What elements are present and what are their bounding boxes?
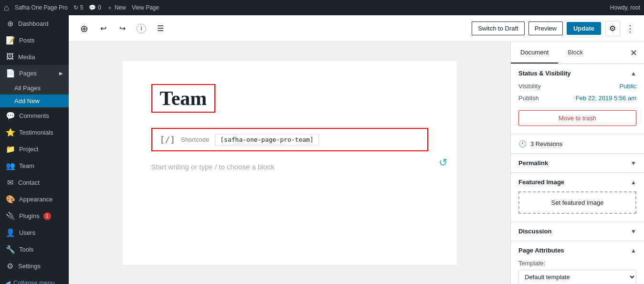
sidebar-item-project[interactable]: 📁 Project <box>0 141 69 158</box>
sidebar-item-settings[interactable]: ⚙ Settings <box>0 258 69 274</box>
updates-count: 5 <box>80 4 84 11</box>
set-featured-image-button[interactable]: Set featured image <box>518 191 636 214</box>
section-featured-image-body: Set featured image <box>511 191 644 221</box>
sidebar-item-testimonials[interactable]: ⭐ Testimonials <box>0 124 69 141</box>
shortcode-block[interactable]: [/] Shortcode [safha-one-page-pro-team] <box>151 128 428 151</box>
updates-item[interactable]: ↻ 5 <box>74 4 84 11</box>
panel-close-button[interactable]: ✕ <box>623 43 644 63</box>
section-page-attributes-chevron: ▲ <box>631 247 636 254</box>
visibility-row: Visibility Public <box>518 83 636 90</box>
section-revisions: 🕐 3 Revisions <box>511 134 644 154</box>
toolbar-right: Switch to Draft Preview Update ⚙ ⋮ <box>472 21 636 36</box>
tab-document[interactable]: Document <box>511 42 558 63</box>
sidebar-item-all-pages[interactable]: All Pages <box>0 82 69 95</box>
sidebar-label-plugins: Plugins <box>19 212 40 220</box>
shortcode-label: Shortcode <box>181 136 209 143</box>
editor-main[interactable]: Team [/] Shortcode [safha-one-page-pro-t… <box>69 42 510 284</box>
update-button[interactable]: Update <box>567 22 601 35</box>
sidebar-label-team: Team <box>19 162 34 169</box>
right-panel: Document Block ✕ Status & Visibility ▲ V… <box>510 42 644 284</box>
section-discussion-header[interactable]: Discussion ▼ <box>511 222 644 241</box>
section-discussion-title: Discussion <box>518 228 551 235</box>
sidebar-item-media[interactable]: 🖼 Media <box>0 49 69 65</box>
section-status-visibility-body: Visibility Public Publish Feb 22, 2019 5… <box>511 83 644 134</box>
project-icon: 📁 <box>6 145 15 154</box>
sidebar-item-comments[interactable]: 💬 Comments <box>0 107 69 124</box>
refresh-icon: ↺ <box>439 157 447 169</box>
collapse-menu[interactable]: ◀ Collapse menu <box>0 274 69 284</box>
site-name[interactable]: Safha One Page Pro <box>15 4 68 11</box>
sidebar-label-appearance: Appearance <box>19 196 53 203</box>
revisions-row[interactable]: 🕐 3 Revisions <box>511 134 644 153</box>
content-area: ⊕ ↩ ↪ i ☰ Switch to Draft Preview Update… <box>69 15 644 284</box>
sidebar-item-plugins[interactable]: 🔌 Plugins 1 <box>0 208 69 224</box>
plugins-badge: 1 <box>43 212 51 220</box>
sidebar-label-contact: Contact <box>18 179 40 186</box>
section-featured-image-title: Featured Image <box>518 179 564 186</box>
section-permalink-header[interactable]: Permalink ▼ <box>511 154 644 172</box>
sidebar-item-appearance[interactable]: 🎨 Appearance <box>0 191 69 208</box>
howdy-text: Howdy, root <box>610 4 640 11</box>
preview-button[interactable]: Preview <box>528 21 563 35</box>
list-view-icon: ☰ <box>157 24 164 33</box>
sidebar-item-pages[interactable]: 📄 Pages ▶ <box>0 65 69 82</box>
sidebar-label-pages: Pages <box>19 70 37 77</box>
section-status-visibility-title: Status & Visibility <box>518 70 571 77</box>
sidebar-label-users: Users <box>19 229 35 236</box>
new-item[interactable]: ＋ New <box>107 4 126 12</box>
panel-tabs: Document Block ✕ <box>511 42 644 64</box>
view-page-item[interactable]: View Page <box>132 4 159 11</box>
move-to-trash-button[interactable]: Move to trash <box>518 110 636 126</box>
sidebar-label-comments: Comments <box>19 112 49 119</box>
template-select[interactable]: Default template Full Width No Sidebar <box>518 270 636 284</box>
shortcode-block-icon: [/] <box>160 135 176 145</box>
comments-icon: 💬 <box>89 4 96 11</box>
shortcode-value[interactable]: [safha-one-page-pro-team] <box>215 134 319 146</box>
posts-icon: 📝 <box>6 36 15 45</box>
pages-arrow-icon: ▶ <box>59 71 63 76</box>
page-title-block[interactable]: Team <box>151 84 216 113</box>
add-block-button[interactable]: ⊕ <box>76 21 92 36</box>
switch-to-draft-button[interactable]: Switch to Draft <box>472 21 525 35</box>
sidebar-label-settings: Settings <box>18 263 41 270</box>
more-options-button[interactable]: ⋮ <box>624 21 636 36</box>
section-page-attributes-title: Page Attributes <box>518 247 564 254</box>
sidebar-item-dashboard[interactable]: ⊕ Dashboard <box>0 15 69 32</box>
sidebar-item-team[interactable]: 👥 Team <box>0 158 69 174</box>
undo-button[interactable]: ↩ <box>95 21 111 36</box>
section-featured-image-header[interactable]: Featured Image ▲ <box>511 173 644 191</box>
info-button[interactable]: i <box>134 21 149 36</box>
section-page-attributes-header[interactable]: Page Attributes ▲ <box>511 241 644 260</box>
section-status-visibility-header[interactable]: Status & Visibility ▲ <box>511 64 644 83</box>
page-title[interactable]: Team <box>160 87 207 109</box>
sidebar-item-posts[interactable]: 📝 Posts <box>0 32 69 49</box>
sidebar-item-tools[interactable]: 🔧 Tools <box>0 241 69 258</box>
publish-row: Publish Feb 22, 2019 5:56 am <box>518 95 636 102</box>
visibility-value[interactable]: Public <box>620 83 636 90</box>
users-icon: 👤 <box>6 228 15 237</box>
section-status-visibility: Status & Visibility ▲ Visibility Public … <box>511 64 644 134</box>
sidebar-item-add-new[interactable]: Add New <box>0 95 69 107</box>
undo-icon: ↩ <box>100 24 106 33</box>
redo-button[interactable]: ↪ <box>115 21 130 36</box>
editor-placeholder[interactable]: Start writing or type / to choose a bloc… <box>151 163 428 171</box>
updates-icon: ↻ <box>74 4 78 11</box>
sidebar-item-users[interactable]: 👤 Users <box>0 224 69 241</box>
admin-bar: ⌂ Safha One Page Pro ↻ 5 💬 0 ＋ New View … <box>0 0 644 15</box>
publish-value[interactable]: Feb 22, 2019 5:56 am <box>576 95 636 102</box>
plugins-icon: 🔌 <box>6 211 15 221</box>
sidebar-label-posts: Posts <box>19 37 35 44</box>
sidebar-item-contact[interactable]: ✉ Contact <box>0 174 69 191</box>
comments-item[interactable]: 💬 0 <box>89 4 101 11</box>
main-layout: ⊕ Dashboard 📝 Posts 🖼 Media 📄 Pages ▶ Al… <box>0 15 644 284</box>
close-icon: ✕ <box>630 48 637 58</box>
sidebar-label-testimonials: Testimonials <box>19 129 53 136</box>
editor-panel-layout: Team [/] Shortcode [safha-one-page-pro-t… <box>69 42 644 284</box>
gear-button[interactable]: ⚙ <box>605 21 620 36</box>
wp-logo-icon[interactable]: ⌂ <box>4 3 9 13</box>
template-label: Template: <box>518 260 636 267</box>
list-view-button[interactable]: ☰ <box>153 21 168 36</box>
appearance-icon: 🎨 <box>6 195 15 204</box>
gear-icon: ⚙ <box>609 24 616 33</box>
tab-block[interactable]: Block <box>558 42 592 63</box>
